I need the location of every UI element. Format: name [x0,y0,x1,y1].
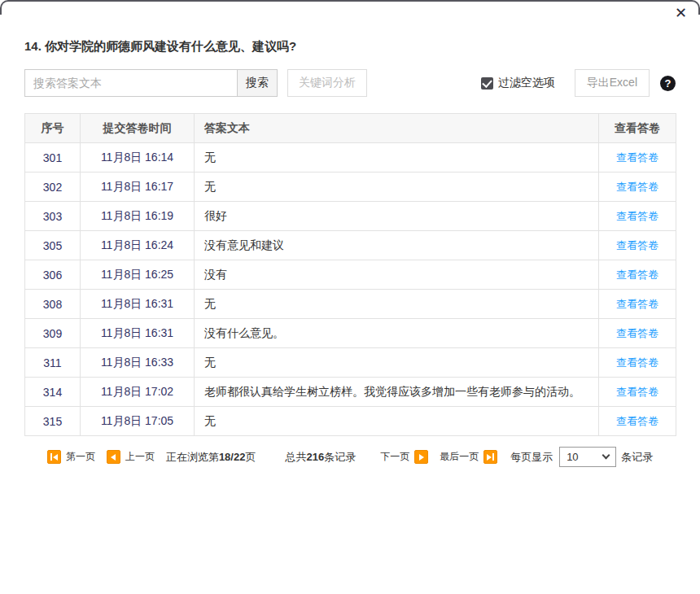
table-row: 30611月8日 16:25没有查看答卷 [25,260,676,290]
filter-empty-checkbox[interactable] [481,77,493,90]
toolbar: 搜索 关键词分析 过滤空选项 导出Excel ? [24,69,676,97]
cell-view: 查看答卷 [599,173,676,202]
cell-submit-time: 11月8日 16:33 [81,348,195,378]
keyword-analysis-button[interactable]: 关键词分析 [287,69,367,97]
cell-serial: 305 [25,231,81,260]
cell-answer-text: 无 [195,407,599,436]
cell-answer-text: 无 [195,290,599,319]
cell-view: 查看答卷 [599,319,676,348]
header-serial: 序号 [25,114,81,143]
table-header-row: 序号 提交答卷时间 答案文本 查看答卷 [25,114,676,143]
table-row: 31411月8日 17:02老师都很认真给学生树立榜样。我觉得应该多增加一些有老… [25,378,676,407]
cell-serial: 311 [25,348,81,378]
cell-view: 查看答卷 [599,202,676,231]
cell-submit-time: 11月8日 16:25 [81,260,195,290]
view-answer-link[interactable]: 查看答卷 [616,181,658,193]
cell-submit-time: 11月8日 16:31 [81,319,195,348]
search-button[interactable]: 搜索 [237,69,278,97]
total-records-prefix: 总共 [285,451,306,463]
page-size-suffix: 条记录 [621,450,653,465]
cell-view: 查看答卷 [599,378,676,407]
total-records-value: 216 [306,451,324,463]
table-row: 30911月8日 16:31没有什么意见。查看答卷 [25,319,676,348]
cell-serial: 315 [25,407,81,436]
table-row: 31111月8日 16:33无查看答卷 [25,348,676,378]
page-size-select[interactable]: 10 [559,447,616,467]
last-page-button[interactable]: 最后一页 [440,450,479,464]
view-answer-link[interactable]: 查看答卷 [616,210,658,222]
cell-view: 查看答卷 [599,143,676,173]
cell-view: 查看答卷 [599,260,676,290]
cell-answer-text: 很好 [195,202,599,231]
cell-submit-time: 11月8日 17:02 [81,378,195,407]
header-view: 查看答卷 [599,114,676,143]
last-page-icon[interactable] [483,450,497,464]
total-records-suffix: 条记录 [324,451,356,463]
table-row: 30511月8日 16:24没有意见和建议查看答卷 [25,231,676,260]
view-answer-link[interactable]: 查看答卷 [616,356,658,369]
cell-serial: 302 [25,173,81,202]
view-answer-link[interactable]: 查看答卷 [616,386,658,398]
cell-answer-text: 无 [195,348,599,378]
cell-submit-time: 11月8日 16:24 [81,231,195,260]
cell-serial: 306 [25,260,81,290]
table-row: 30811月8日 16:31无查看答卷 [25,290,676,319]
current-page-suffix: 页 [245,451,256,463]
table-row: 30211月8日 16:17无查看答卷 [25,173,676,202]
view-answer-link[interactable]: 查看答卷 [616,415,658,427]
cell-submit-time: 11月8日 16:14 [81,143,195,173]
dialog-content: 14. 你对学院的师德师风建设有什么意见、建议吗? 搜索 关键词分析 过滤空选项… [0,0,700,467]
question-title: 14. 你对学院的师德师风建设有什么意见、建议吗? [24,39,676,55]
first-page-icon[interactable] [47,450,61,464]
cell-serial: 308 [25,290,81,319]
current-page-info: 正在浏览第18/22页 [166,450,256,465]
answers-table: 序号 提交答卷时间 答案文本 查看答卷 30111月8日 16:14无查看答卷3… [24,113,676,436]
table-row: 30111月8日 16:14无查看答卷 [25,143,676,173]
view-answer-link[interactable]: 查看答卷 [616,151,658,164]
cell-submit-time: 11月8日 16:17 [81,173,195,202]
total-records-info: 总共216条记录 [285,450,356,465]
prev-page-icon[interactable] [107,450,120,464]
next-page-icon[interactable] [414,450,428,464]
table-row: 31511月8日 17:05无查看答卷 [25,407,676,436]
cell-submit-time: 11月8日 17:05 [81,407,195,436]
pagination-bar: 第一页 上一页 正在浏览第18/22页 总共216条记录 下一页 最后一页 每页… [24,447,676,467]
cell-view: 查看答卷 [599,290,676,319]
cell-submit-time: 11月8日 16:31 [81,290,195,319]
cell-serial: 303 [25,202,81,231]
close-icon[interactable]: ✕ [675,6,687,20]
next-page-button[interactable]: 下一页 [380,450,409,464]
view-answer-link[interactable]: 查看答卷 [616,269,658,281]
cell-serial: 309 [25,319,81,348]
view-answer-link[interactable]: 查看答卷 [616,239,658,251]
page-size-value: 10 [567,451,578,463]
prev-page-button[interactable]: 上一页 [125,450,155,464]
filter-empty-label[interactable]: 过滤空选项 [498,76,555,90]
current-page-value: 18/22 [219,451,246,463]
export-excel-button[interactable]: 导出Excel [575,69,650,97]
cell-submit-time: 11月8日 16:19 [81,202,195,231]
header-submit-time: 提交答卷时间 [81,114,195,143]
cell-view: 查看答卷 [599,348,676,378]
cell-serial: 314 [25,378,81,407]
cell-view: 查看答卷 [599,231,676,260]
cell-answer-text: 无 [195,143,599,173]
cell-serial: 301 [25,143,81,173]
view-answer-link[interactable]: 查看答卷 [616,327,658,339]
cell-answer-text: 老师都很认真给学生树立榜样。我觉得应该多增加一些有老师参与的活动。 [195,378,599,407]
current-page-prefix: 正在浏览第 [166,451,219,463]
header-answer-text: 答案文本 [195,114,599,143]
cell-answer-text: 无 [195,173,599,202]
search-input[interactable] [24,69,238,97]
view-answer-link[interactable]: 查看答卷 [616,298,658,310]
first-page-button[interactable]: 第一页 [66,450,95,464]
cell-answer-text: 没有意见和建议 [195,231,599,260]
toolbar-right: 过滤空选项 导出Excel ? [481,69,676,97]
help-icon[interactable]: ? [660,76,676,91]
cell-answer-text: 没有什么意见。 [195,319,599,348]
chevron-down-icon [602,452,610,460]
cell-view: 查看答卷 [599,407,676,436]
page-size-label: 每页显示 [510,450,553,465]
cell-answer-text: 没有 [195,260,599,290]
table-row: 30311月8日 16:19很好查看答卷 [25,202,676,231]
